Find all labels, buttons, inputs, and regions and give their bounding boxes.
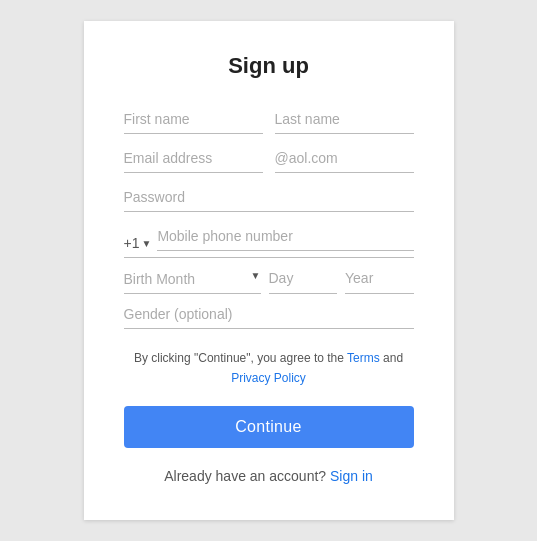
phone-code-selector[interactable]: +1 ▼: [124, 227, 158, 251]
terms-text: By clicking "Continue", you agree to the…: [124, 349, 414, 387]
first-name-input[interactable]: [124, 103, 263, 134]
signin-prefix: Already have an account?: [164, 468, 330, 484]
email-input[interactable]: [124, 142, 263, 173]
signin-link[interactable]: Sign in: [330, 468, 373, 484]
day-input[interactable]: [269, 262, 338, 286]
email-suffix-input[interactable]: [275, 142, 414, 173]
terms-prefix: By clicking "Continue", you agree to the: [134, 351, 347, 365]
continue-button[interactable]: Continue: [124, 406, 414, 448]
year-input[interactable]: [345, 262, 414, 286]
year-input-wrap: [345, 262, 414, 294]
phone-row: +1 ▼: [124, 220, 414, 258]
password-input[interactable]: [124, 181, 414, 212]
privacy-link[interactable]: Privacy Policy: [231, 371, 306, 385]
birth-month-dropdown-icon: ▼: [251, 270, 261, 281]
signup-card: Sign up +1 ▼ Birth Mo: [84, 21, 454, 519]
page-title: Sign up: [124, 53, 414, 79]
birth-month-selector[interactable]: Birth Month January February March April…: [124, 263, 261, 294]
phone-code-value: +1: [124, 235, 140, 251]
terms-middle: and: [380, 351, 403, 365]
signin-text: Already have an account? Sign in: [124, 468, 414, 484]
gender-input[interactable]: [124, 298, 414, 329]
last-name-input[interactable]: [275, 103, 414, 134]
dob-row: Birth Month January February March April…: [124, 262, 414, 294]
phone-code-dropdown-icon: ▼: [141, 238, 151, 249]
terms-link[interactable]: Terms: [347, 351, 380, 365]
day-input-wrap: [269, 262, 338, 294]
phone-number-input[interactable]: [157, 220, 413, 251]
birth-month-select[interactable]: Birth Month January February March April…: [124, 263, 247, 287]
